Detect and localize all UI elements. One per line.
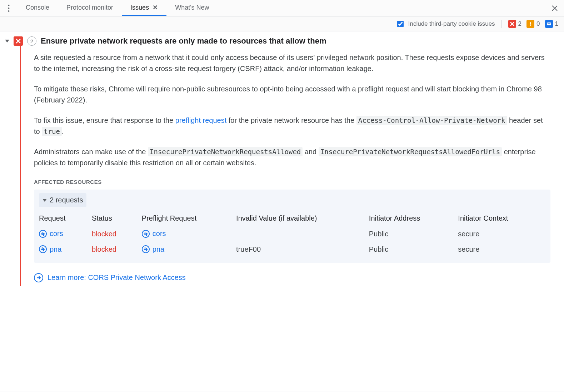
issue-paragraph: Administrators can make use of the Insec… (34, 146, 550, 169)
tab-console[interactable]: Console (17, 0, 58, 16)
issue-header[interactable]: 2 Ensure private network requests are on… (5, 36, 558, 46)
table-header-row: Request Status Preflight Request Invalid… (39, 211, 545, 226)
svg-rect-5 (530, 22, 531, 25)
issue-occurrence-count: 2 (27, 36, 36, 46)
col-initiator-context: Initiator Context (458, 211, 545, 226)
issues-content[interactable]: 2 Ensure private network requests are on… (0, 31, 564, 392)
arrow-right-circle-icon (34, 273, 43, 282)
svg-rect-8 (548, 23, 550, 24)
svg-point-0 (8, 5, 9, 6)
col-invalid: Invalid Value (if available) (236, 211, 369, 226)
table-row: cors blocked cors Public secure (39, 226, 545, 242)
initiator-address-cell: Public (369, 242, 458, 257)
initiator-address-cell: Public (369, 226, 458, 242)
close-icon (551, 5, 558, 11)
include-third-party-checkbox[interactable]: Include third-party cookie issues (396, 20, 495, 28)
code-policy: InsecurePrivateNetworkRequestsAllowed (148, 147, 303, 156)
status-cell: blocked (92, 226, 142, 242)
tab-label: Protocol monitor (66, 4, 113, 11)
error-count[interactable]: 2 (508, 20, 521, 28)
svg-point-2 (8, 10, 9, 12)
tab-whats-new[interactable]: What's New (166, 0, 218, 16)
more-menu-button[interactable] (3, 3, 14, 14)
invalid-value-cell (236, 226, 369, 242)
issue-paragraph: To mitigate these risks, Chrome will req… (34, 84, 550, 106)
affected-resources-label: AFFECTED RESOURCES (34, 178, 550, 186)
initiator-context-cell: secure (458, 242, 545, 257)
request-link[interactable]: cors (39, 228, 63, 239)
preflight-link[interactable]: pna (142, 244, 164, 255)
panel-tabbar: Console Protocol monitor Issues ✕ What's… (0, 0, 564, 16)
table-row: pna blocked pna trueF00 Public secure (39, 242, 545, 257)
info-count-value: 1 (555, 20, 558, 27)
col-request: Request (39, 211, 92, 226)
request-icon (39, 245, 47, 253)
warning-icon (526, 20, 534, 28)
tab-issues[interactable]: Issues ✕ (122, 0, 166, 16)
svg-rect-9 (548, 24, 550, 24)
svg-point-1 (8, 7, 9, 9)
error-count-value: 2 (518, 20, 521, 27)
affected-requests-table: Request Status Preflight Request Invalid… (39, 211, 545, 257)
issue-paragraph: To fix this issue, ensure that response … (34, 115, 550, 137)
info-icon (545, 20, 553, 28)
issue-severity-error-icon (14, 36, 23, 46)
kebab-icon (8, 5, 10, 12)
code-true: true (42, 127, 62, 136)
col-preflight: Preflight Request (142, 211, 236, 226)
col-status: Status (92, 211, 142, 226)
request-icon (39, 230, 47, 238)
requests-summary-toggle[interactable]: 2 requests (39, 193, 86, 207)
preflight-link[interactable]: cors (142, 228, 166, 239)
col-initiator-address: Initiator Address (369, 211, 458, 226)
learn-more-row: Learn more: CORS Private Network Access (34, 272, 550, 283)
close-panel-button[interactable] (548, 3, 561, 14)
affected-requests-block: 2 requests Request Status Preflight Requ… (34, 190, 550, 263)
issue-title: Ensure private network requests are only… (41, 36, 326, 46)
tab-label: Issues (130, 4, 149, 11)
status-cell: blocked (92, 242, 142, 257)
warning-count[interactable]: 0 (526, 20, 540, 28)
expand-toggle-icon[interactable] (5, 40, 9, 42)
request-icon (142, 245, 150, 253)
chevron-down-icon (43, 199, 47, 202)
issues-toolbar: Include third-party cookie issues 2 0 1 (0, 16, 564, 31)
toolbar-divider (501, 20, 502, 28)
invalid-value-cell: trueF00 (236, 242, 369, 257)
initiator-context-cell: secure (458, 226, 545, 242)
code-policy: InsecurePrivateNetworkRequestsAllowedFor… (319, 147, 502, 156)
content-wrap: 2 Ensure private network requests are on… (0, 31, 564, 392)
issue-item: 2 Ensure private network requests are on… (0, 31, 564, 295)
issue-paragraph: A site requested a resource from a netwo… (34, 52, 550, 74)
close-tab-icon[interactable]: ✕ (153, 4, 158, 11)
request-icon (142, 230, 150, 238)
tabs: Console Protocol monitor Issues ✕ What's… (17, 0, 218, 16)
info-count[interactable]: 1 (545, 20, 558, 28)
code-header-name: Access-Control-Allow-Private-Network (356, 116, 507, 125)
preflight-request-link[interactable]: preflight request (175, 116, 226, 124)
include-third-party-label: Include third-party cookie issues (408, 20, 495, 27)
request-link[interactable]: pna (39, 244, 61, 255)
issue-body: A site requested a resource from a netwo… (20, 46, 558, 286)
tab-label: What's New (175, 4, 209, 11)
error-icon (508, 20, 516, 28)
tab-label: Console (26, 4, 49, 11)
warning-count-value: 0 (536, 20, 540, 27)
requests-summary-label: 2 requests (50, 195, 83, 206)
include-third-party-input[interactable] (397, 21, 404, 27)
tab-protocol-monitor[interactable]: Protocol monitor (58, 0, 122, 16)
svg-rect-6 (530, 25, 531, 26)
learn-more-link[interactable]: Learn more: CORS Private Network Access (48, 272, 186, 283)
issue-counters: 2 0 1 (508, 20, 558, 28)
